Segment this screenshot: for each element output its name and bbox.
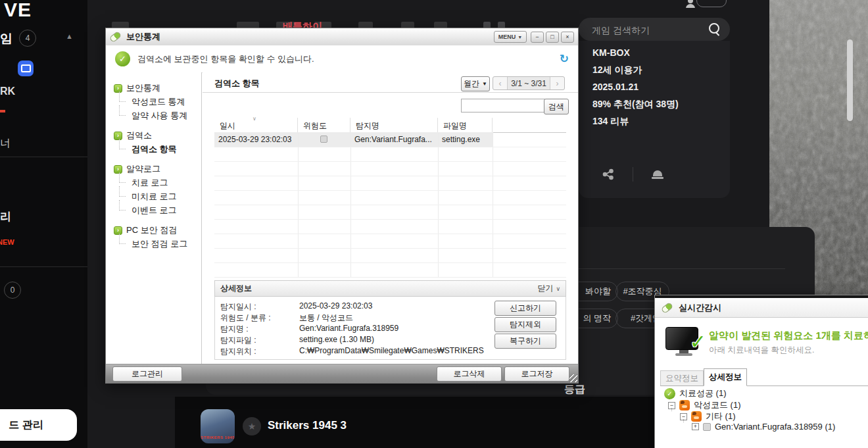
stove-logo-fragment: VE xyxy=(4,0,32,21)
menu-button[interactable]: MENU▼ xyxy=(494,31,527,43)
dialog-title: 보안통계 xyxy=(126,31,160,43)
siren-icon[interactable] xyxy=(652,170,663,179)
monitor-check-icon: ✓ xyxy=(665,327,702,356)
refresh-icon[interactable]: ↻ xyxy=(560,52,569,66)
restore-button[interactable]: 복구하기 xyxy=(494,334,556,349)
favorite-button[interactable]: ★ xyxy=(243,417,261,436)
sidebar-item-rk[interactable]: RK xyxy=(0,86,15,97)
tree-section-stats[interactable]: › 보안통계 xyxy=(114,82,201,95)
period-dropdown[interactable]: 월간 ▼ xyxy=(461,76,490,91)
collapse-icon[interactable]: ▲ xyxy=(66,32,73,40)
page-scrollbar[interactable] xyxy=(847,39,853,121)
log-manage-button[interactable]: 로그관리 xyxy=(112,366,182,382)
tree-item-unrepaired-log[interactable]: 미치료 로그 xyxy=(114,189,201,203)
screen: 배틀하이 KM-BOX 12세 이용가 2025.01.21 89% 추천(참여… xyxy=(0,0,868,448)
column-header-detection[interactable]: 탐지명 xyxy=(350,118,438,132)
tree-row-detection[interactable]: + Gen:Variant.Fugrafa.318959 (1) xyxy=(692,422,835,432)
sidebar: VE 임 4 ▲ RK 너 리 NEW 0 드 관리 xyxy=(0,0,87,448)
detection-checkbox[interactable] xyxy=(703,423,711,431)
tree-section-quarantine[interactable]: › 검역소 xyxy=(114,129,201,142)
tree-section-logs[interactable]: › 알약로그 xyxy=(114,162,201,176)
info-developer: KM-BOX xyxy=(592,47,630,58)
report-button[interactable]: 신고하기 xyxy=(494,301,556,316)
chevron-icon: ∨ xyxy=(556,286,560,292)
exclude-button[interactable]: 탐지제외 xyxy=(494,317,556,332)
sidebar-mygame-label[interactable]: 임 xyxy=(0,30,12,47)
grid-line xyxy=(214,262,566,263)
alyac-pill-icon xyxy=(661,301,674,313)
detail-value: setting.exe (1.30 MB) xyxy=(299,335,374,344)
risk-checkbox[interactable] xyxy=(320,136,327,143)
expand-node-icon[interactable]: + xyxy=(692,423,699,430)
detail-label: 탐지일시 : xyxy=(220,301,256,312)
maximize-button[interactable]: □ xyxy=(546,32,559,43)
screen-share-icon[interactable] xyxy=(18,61,34,76)
next-period-button[interactable]: › xyxy=(550,77,564,89)
detail-value: 보통 / 악성코드 xyxy=(299,312,353,324)
tree-item-quarantine-items[interactable]: 검역소 항목 xyxy=(114,142,201,156)
game-thumbnail[interactable]: STRIKERS 1945 xyxy=(201,409,235,443)
divider xyxy=(0,157,87,157)
search-button[interactable]: 검색 xyxy=(544,99,569,114)
sort-icon: ∨ xyxy=(253,116,256,122)
dialog-footer: 로그관리 로그삭제 로그저장 xyxy=(106,364,578,383)
tree-row-malware[interactable]: − 악성코드 (1) xyxy=(668,399,741,411)
alyac-character-icon xyxy=(691,411,702,422)
info-recommend: 89% 추천(참여 38명) xyxy=(592,99,679,111)
column-header-file[interactable]: 파일명 xyxy=(438,118,493,132)
cell-detection-name: Gen:Variant.Fugrafa... xyxy=(354,135,432,144)
search-icon[interactable] xyxy=(709,23,719,34)
column-header-date[interactable]: 일시 ∨ xyxy=(214,118,298,132)
treatment-headline: 알약이 발견된 위험요소 1개를 치료하였습니다. xyxy=(709,330,868,342)
detail-label: 탐지명 : xyxy=(220,324,249,335)
divider xyxy=(633,167,633,182)
star-icon: ★ xyxy=(248,421,256,432)
share-icon[interactable] xyxy=(602,168,614,180)
sidebar-item-ri[interactable]: 리 xyxy=(0,209,11,224)
quarantine-panel: 검역소 항목 월간 ▼ ‹ 3/1 ~ 3/31 › 검색 일시 ∨ xyxy=(203,72,578,364)
detail-label: 탐지파일 : xyxy=(220,335,256,346)
detail-info-bar[interactable]: 상세정보 닫기 ∨ xyxy=(214,280,566,297)
prev-period-button[interactable]: ‹ xyxy=(493,77,507,89)
minimize-button[interactable]: − xyxy=(531,32,544,43)
info-reviews[interactable]: 134 리뷰 xyxy=(592,116,629,128)
tree-item-security-check-log[interactable]: 보안 점검 로그 xyxy=(114,237,201,251)
resize-grip[interactable] xyxy=(569,374,577,382)
table-header: 일시 ∨ 위험도 탐지명 파일명 xyxy=(214,118,566,133)
tree-row-success[interactable]: ✓ 치료성공 (1) xyxy=(664,387,727,399)
dialog-titlebar[interactable]: 실시간감시 xyxy=(655,298,868,318)
chevron-down-icon: ▼ xyxy=(482,81,487,87)
column-header-risk[interactable]: 위험도 xyxy=(298,118,350,132)
tree-item-repair-log[interactable]: 치료 로그 xyxy=(114,176,201,189)
realtime-monitor-dialog: 실시간감시 ✓ 알약이 발견된 위험요소 1개를 치료하였습니다. 아래 치료내… xyxy=(654,295,868,448)
grid-line xyxy=(214,147,566,147)
detail-info-box: 탐지일시 : 2025-03-29 23:02:03 위험도 / 분류 : 보통… xyxy=(214,297,566,360)
tree-item-event-log[interactable]: 이벤트 로그 xyxy=(114,203,201,217)
collapse-control[interactable]: 닫기 ∨ xyxy=(537,283,560,294)
tab-details[interactable]: 상세정보 xyxy=(704,368,747,386)
tree-connector xyxy=(671,408,673,411)
quarantine-search-input[interactable] xyxy=(461,99,545,112)
dialog-titlebar[interactable]: 보안통계 MENU▼ − □ × xyxy=(106,28,578,46)
game-info-card: KM-BOX 12세 이용가 2025.01.21 89% 추천(참여 38명)… xyxy=(579,41,730,198)
tree-row-etc[interactable]: − 기타 (1) xyxy=(680,411,736,422)
tree-section-pc-check[interactable]: › PC 보안 점검 xyxy=(114,224,201,237)
log-delete-button[interactable]: 로그삭제 xyxy=(437,366,502,382)
sidebar-item-partner[interactable]: 너 xyxy=(0,137,11,151)
tab-summary[interactable]: 요약정보 xyxy=(660,370,704,386)
game-search-bar[interactable] xyxy=(579,18,730,41)
tree-item-usage-stats[interactable]: 알약 사용 통계 xyxy=(114,109,201,122)
top-pill-button[interactable] xyxy=(696,0,727,7)
tab-bar: 요약정보 상세정보 xyxy=(660,368,868,386)
log-save-button[interactable]: 로그저장 xyxy=(504,366,569,382)
grid-line xyxy=(214,205,566,205)
game-search-input[interactable] xyxy=(591,18,705,42)
manage-button[interactable]: 드 관리 xyxy=(0,409,77,441)
tree-connector xyxy=(683,419,685,422)
close-button[interactable]: × xyxy=(561,32,574,43)
info-release-date: 2025.01.21 xyxy=(592,82,639,92)
tree-item-malware-stats[interactable]: 악성코드 통계 xyxy=(114,95,201,109)
profile-icon[interactable] xyxy=(685,0,696,8)
window-controls: MENU▼ − □ × xyxy=(494,31,574,43)
detail-label: 위험도 / 분류 : xyxy=(220,312,271,324)
